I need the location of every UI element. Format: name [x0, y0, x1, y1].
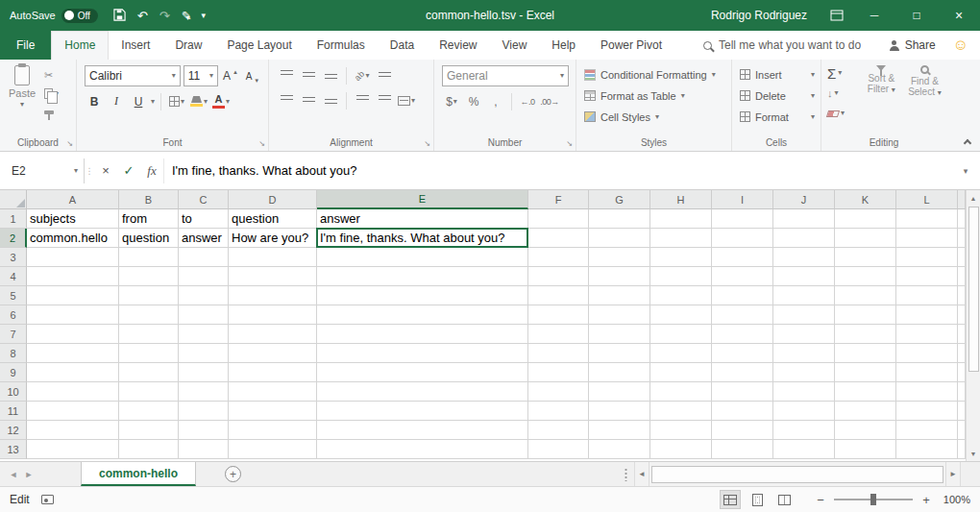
- cell-C6[interactable]: [179, 305, 229, 325]
- scroll-left-icon[interactable]: ◄: [634, 462, 649, 486]
- cell-L5[interactable]: [896, 286, 958, 305]
- vertical-scrollbar[interactable]: ▲ ▼: [966, 190, 980, 461]
- cell-I9[interactable]: [712, 363, 773, 382]
- sheet-nav-left-button[interactable]: ◄: [6, 470, 21, 479]
- cell-A10[interactable]: [27, 382, 119, 402]
- cell-H10[interactable]: [650, 382, 712, 402]
- cell-E12[interactable]: [317, 421, 528, 440]
- cell-K5[interactable]: [835, 286, 896, 305]
- cell-K7[interactable]: [835, 325, 896, 344]
- decrease-indent-button[interactable]: [353, 90, 372, 110]
- row-header-7[interactable]: 7: [0, 325, 27, 344]
- column-header-B[interactable]: B: [119, 190, 179, 209]
- cell-H11[interactable]: [650, 402, 712, 421]
- cell-D1[interactable]: question: [229, 209, 317, 229]
- cell-C7[interactable]: [179, 325, 229, 344]
- cell-E10[interactable]: [317, 382, 528, 402]
- tab-view[interactable]: View: [490, 31, 540, 60]
- page-layout-view-button[interactable]: [747, 490, 768, 509]
- maximize-button[interactable]: □: [895, 0, 938, 31]
- cell-F9[interactable]: [528, 363, 589, 382]
- cut-button[interactable]: ✂: [44, 67, 59, 84]
- fill-button[interactable]: ↓▾: [827, 85, 858, 102]
- cell-H8[interactable]: [650, 344, 712, 363]
- cell-F13[interactable]: [528, 440, 589, 459]
- page-break-view-button[interactable]: [773, 490, 795, 509]
- cell-L6[interactable]: [896, 305, 958, 325]
- cell-A6[interactable]: [27, 305, 119, 325]
- top-align-button[interactable]: [277, 65, 296, 85]
- horizontal-scrollbar-thumb[interactable]: [651, 466, 943, 483]
- cell-D3[interactable]: [229, 248, 317, 267]
- comma-style-button[interactable]: ,: [486, 91, 505, 111]
- tab-draw[interactable]: Draw: [162, 31, 214, 60]
- cell-D4[interactable]: [229, 267, 317, 286]
- cell-A13[interactable]: [27, 440, 119, 459]
- cell-F1[interactable]: [528, 209, 589, 229]
- cell-F10[interactable]: [528, 382, 589, 402]
- cell-G4[interactable]: [589, 267, 650, 286]
- merge-center-button[interactable]: ▾: [397, 90, 416, 110]
- row-header-10[interactable]: 10: [0, 382, 27, 402]
- column-header-C[interactable]: C: [179, 190, 229, 209]
- cell-C4[interactable]: [179, 267, 229, 286]
- clipboard-dialog-launcher[interactable]: ↘: [66, 140, 73, 148]
- pen-mode-button[interactable]: ✎▾: [182, 10, 190, 22]
- cell-J3[interactable]: [773, 248, 835, 267]
- cell-D11[interactable]: [229, 402, 317, 421]
- cell-A12[interactable]: [27, 421, 119, 440]
- cell-K9[interactable]: [835, 363, 896, 382]
- cell-H9[interactable]: [650, 363, 712, 382]
- increase-indent-button[interactable]: [375, 90, 394, 110]
- cell-L4[interactable]: [896, 267, 958, 286]
- insert-cells-button[interactable]: Insert ▾: [740, 65, 815, 84]
- tab-home[interactable]: Home: [51, 31, 109, 60]
- wrap-text-button[interactable]: [375, 65, 394, 85]
- cell-L10[interactable]: [896, 382, 958, 402]
- minimize-button[interactable]: ─: [853, 0, 895, 31]
- cell-B11[interactable]: [119, 402, 179, 421]
- cell-A2[interactable]: common.hello: [27, 229, 119, 248]
- cell-F4[interactable]: [528, 267, 589, 286]
- cell-I7[interactable]: [712, 325, 773, 344]
- cell-L13[interactable]: [896, 440, 958, 459]
- cell-K2[interactable]: [835, 229, 896, 248]
- new-sheet-button[interactable]: +: [225, 466, 241, 482]
- cell-F2[interactable]: [528, 229, 589, 248]
- cell-J6[interactable]: [773, 305, 835, 325]
- row-header-6[interactable]: 6: [0, 305, 27, 325]
- find-select-button[interactable]: Find &Select ▾: [905, 64, 944, 122]
- cell-E6[interactable]: [317, 305, 528, 325]
- cell-L11[interactable]: [896, 402, 958, 421]
- cell-H6[interactable]: [650, 305, 712, 325]
- cell-C9[interactable]: [179, 363, 229, 382]
- cell-B10[interactable]: [119, 382, 179, 402]
- bottom-align-button[interactable]: [321, 65, 340, 85]
- scroll-up-icon[interactable]: ▲: [967, 190, 980, 206]
- cell-D9[interactable]: [229, 363, 317, 382]
- cell-F11[interactable]: [528, 402, 589, 421]
- tab-formulas[interactable]: Formulas: [305, 31, 378, 60]
- column-header-E[interactable]: E: [317, 190, 528, 209]
- cell-G1[interactable]: [589, 209, 650, 229]
- cell-L12[interactable]: [896, 421, 958, 440]
- format-cells-button[interactable]: Format ▾: [740, 108, 815, 126]
- cell-F7[interactable]: [528, 325, 589, 344]
- account-name[interactable]: Rodrigo Rodriguez: [711, 9, 807, 22]
- italic-button[interactable]: I: [107, 91, 126, 111]
- scroll-right-icon[interactable]: ►: [945, 462, 961, 486]
- align-center-button[interactable]: [299, 90, 318, 110]
- middle-align-button[interactable]: [299, 65, 318, 85]
- vertical-scrollbar-thumb[interactable]: [968, 207, 979, 372]
- sort-filter-button[interactable]: Sort &Filter ▾: [862, 64, 901, 122]
- cell-A3[interactable]: [27, 248, 119, 267]
- column-header-J[interactable]: J: [773, 190, 835, 209]
- cell-C8[interactable]: [179, 344, 229, 363]
- cell-H1[interactable]: [650, 209, 712, 229]
- row-header-11[interactable]: 11: [0, 402, 27, 421]
- cell-styles-button[interactable]: Cell Styles ▾: [584, 108, 725, 126]
- cell-D5[interactable]: [229, 286, 317, 305]
- horizontal-scrollbar[interactable]: ◄ ►: [634, 462, 961, 486]
- cell-B2[interactable]: question: [119, 229, 179, 248]
- tab-review[interactable]: Review: [427, 31, 489, 60]
